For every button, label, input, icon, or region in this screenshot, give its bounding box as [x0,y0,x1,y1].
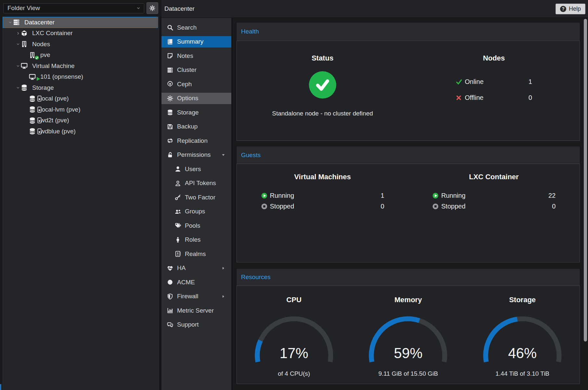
tree-item-local-lvm-pve[interactable]: local-lvm (pve) [3,104,158,115]
tree-item-label: local-lvm (pve) [40,106,81,113]
sidebar-item-search[interactable]: Search [161,20,231,35]
database-icon [20,84,30,92]
submenu-collapsed-icon [221,266,225,270]
play-circle-icon [432,192,439,199]
desktop-icon [29,73,38,81]
content-title: Datacenter [164,5,195,12]
guest-status-value: 1 [381,192,384,199]
tree-item-lxc-container[interactable]: LXC Container [3,28,158,39]
node-status-value: 0 [529,94,532,101]
help-button[interactable]: ? Help [556,4,585,14]
addressbook-icon [174,250,182,257]
sidebar-item-groups[interactable]: Groups [161,205,231,219]
sidebar-item-support[interactable]: Support [161,318,231,332]
note-icon [166,52,174,59]
barchart-icon [166,307,174,314]
health-panel: Health Status Standalone node - no clust… [236,22,580,141]
gear-icon [166,95,174,102]
tree-expander-down-icon[interactable] [16,86,20,90]
users-icon [174,208,182,215]
sidebar-item-notes[interactable]: Notes [161,49,231,63]
view-mode-select[interactable]: Folder View [3,3,144,13]
tree-item-101-opnsense[interactable]: 101 (opnsense) [3,72,158,83]
sidebar-item-label: HA [177,264,185,272]
sidebar-item-roles[interactable]: Roles [161,233,231,247]
sidebar-item-permissions[interactable]: Permissions [161,148,231,162]
guests-panel: Guests Virtual MachinesRunning1Stopped0L… [236,146,580,263]
sidebar-item-ceph[interactable]: Ceph [161,77,231,91]
sidebar-item-label: Cluster [177,66,197,74]
guest-status-row: Stopped0 [432,202,556,210]
sidebar-item-realms[interactable]: Realms [161,247,231,261]
tree-item-storage[interactable]: Storage [3,82,158,93]
tree-item-pve[interactable]: pve [3,50,158,61]
sidebar-item-storage[interactable]: Storage [161,105,231,120]
sidebar-item-cluster[interactable]: Cluster [161,63,231,77]
building-icon [20,40,30,48]
sidebar-item-options[interactable]: Options [161,91,231,106]
sidebar-item-label: Options [177,95,198,102]
check-icon [456,78,463,85]
male-icon [174,236,182,243]
guests-column-heading: Virtual Machines [237,173,408,181]
chevron-down-icon [136,6,141,10]
tree-expander-down-icon[interactable] [8,20,12,24]
tree-expander-right-icon[interactable] [16,31,20,35]
health-nodes-column: Nodes Online1Offline0 [408,41,580,141]
sidebar-item-firewall[interactable]: Firewall [161,289,231,304]
sidebar-item-label: Roles [185,236,201,243]
shield-icon [166,293,174,300]
sidebar-item-metric-server[interactable]: Metric Server [161,303,231,318]
resource-tree: DatacenterLXC ContainerNodespveVirtual M… [0,16,159,390]
guest-status-row: Running1 [261,191,384,200]
sidebar-item-label: Groups [185,208,205,215]
guest-status-value: 0 [552,203,556,210]
sidebar-item-label: Notes [177,52,193,60]
sidebar-item-backup[interactable]: Backup [161,120,231,134]
health-status-column: Status Standalone node - no cluster defi… [237,41,408,141]
unlock-icon [166,152,174,158]
scrollbar-thumb[interactable] [584,19,587,342]
sidebar-item-users[interactable]: Users [161,162,231,176]
sidebar-item-api-tokens[interactable]: API Tokens [161,176,231,191]
sidebar-item-two-factor[interactable]: Two Factor [161,190,231,205]
book-icon [166,38,174,45]
ceph-icon [166,81,174,87]
gauge-cpu: CPU17%of 4 CPU(s) [237,286,351,384]
tree-item-virtual-machine[interactable]: Virtual Machine [3,61,158,72]
tree-item-label: local (pve) [40,95,69,102]
guest-status-row: Running22 [432,191,556,200]
tree-item-wdblue-pve[interactable]: wdblue (pve) [3,126,158,137]
status-heading: Status [237,54,408,62]
tree-item-local-pve[interactable]: local (pve) [3,93,158,104]
sidebar-item-label: Metric Server [177,307,214,314]
tree-item-datacenter[interactable]: Datacenter [3,17,158,28]
tree-item-nodes[interactable]: Nodes [3,39,158,50]
node-status-label: Offline [465,94,483,101]
floppy-icon [166,123,174,130]
question-icon: ? [560,6,566,12]
sidebar-item-label: Storage [177,109,199,116]
submenu-expanded-icon [221,153,225,157]
sidebar-item-summary[interactable]: Summary [161,35,231,49]
sidebar-item-pools[interactable]: Pools [161,219,231,233]
disk-badge [37,96,42,101]
tree-expander-down-icon[interactable] [16,42,20,46]
sidebar-item-label: ACME [177,279,195,286]
tree-item-wd2t-pve[interactable]: wd2t (pve) [3,115,158,126]
gauge-heading: Memory [351,296,466,304]
database-icon [29,95,38,102]
play-circle-icon [261,192,268,199]
gear-icon [149,5,156,11]
tree-settings-button[interactable] [147,2,158,14]
tree-expander-down-icon[interactable] [16,64,20,68]
sidebar-item-replication[interactable]: Replication [161,134,231,148]
database-icon [29,128,38,135]
sidebar-item-ha[interactable]: HA [161,261,231,276]
stop-circle-icon [432,203,439,210]
guests-panel-header: Guests [236,146,580,164]
tree-item-label: Virtual Machine [32,62,75,70]
node-status-row: Online1 [456,78,532,86]
gauge-percent: 17% [237,345,351,361]
sidebar-item-acme[interactable]: ACME [161,275,231,289]
